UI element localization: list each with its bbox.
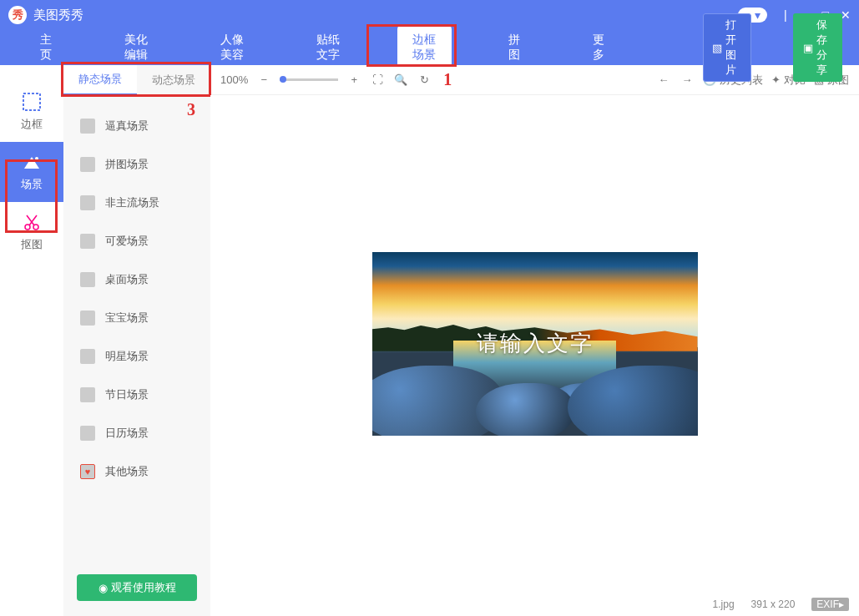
scene-icon-collage [80,157,95,172]
scene-item-label: 可爱场景 [105,234,149,249]
exif-label: EXIF [816,598,839,610]
scene-item-baby[interactable]: 宝宝场景 [63,299,210,337]
rail-scene-label: 场景 [21,177,43,192]
zoom-level: 100% [220,73,248,86]
app-logo-icon: 秀 [8,6,27,24]
save-share-label: 保存分享 [816,18,832,78]
nav-sticker[interactable]: 贴纸文字 [301,24,356,71]
scene-item-desktop[interactable]: 桌面场景 [63,260,210,299]
tab-static-scene[interactable]: 静态场景 [63,65,137,95]
scene-list: 逼真场景 拼图场景 非主流场景 可爱场景 桌面场景 宝宝场景 明星场景 节日场景… [63,95,210,566]
divider-icon: | [784,8,787,22]
scene-item-other[interactable]: 其他场景 [63,452,210,491]
scene-icon-nonmainstream [80,195,95,210]
annotation-label-1: 1 [443,70,452,89]
scene-item-label: 日历场景 [105,426,149,441]
canvas[interactable]: 请输入文字 [210,95,859,593]
frame-icon [22,92,42,112]
scene-icon-calendar [80,426,95,441]
scene-item-label: 节日场景 [105,387,149,402]
open-image-button[interactable]: ▧ 打开图片 [703,13,750,82]
annotation-label-3: 3 [187,100,195,119]
scene-icon-cute [80,234,95,249]
scene-icon [22,152,42,172]
nav-beautify[interactable]: 美化编辑 [109,24,164,71]
preview-image[interactable]: 请输入文字 [372,252,698,436]
fit-icon[interactable]: ⛶ [370,73,385,86]
scene-item-cute[interactable]: 可爱场景 [63,222,210,260]
scene-icon-desktop [80,272,95,287]
save-share-button[interactable]: ▣ 保存分享 [793,13,842,82]
scene-icon-realistic [80,119,95,134]
scene-icon-star [80,349,95,364]
scene-icon-other [80,464,95,479]
scene-item-label: 逼真场景 [105,119,149,134]
zoom-in-icon[interactable]: + [346,73,361,86]
tutorial-button[interactable]: ◉ 观看使用教程 [77,574,197,601]
tab-dynamic-scene[interactable]: 动态场景 [137,65,210,95]
scene-item-label: 非主流场景 [105,195,159,210]
body-area: 边框 场景 抠图 2 静态场景 动态场景 3 逼真场景 拼图场景 非主流场景 [0,65,859,616]
save-icon: ▣ [803,42,813,54]
undo-icon[interactable]: ← [656,73,671,86]
refresh-icon[interactable]: ↻ [417,73,432,86]
rail-cutout-label: 抠图 [21,237,43,252]
rail-scene[interactable]: 场景 [0,142,63,202]
cutout-icon [22,212,42,232]
image-dimensions: 391 x 220 [751,598,796,610]
scene-item-collage[interactable]: 拼图场景 [63,145,210,184]
rail-frame[interactable]: 边框 [0,82,63,142]
scene-item-label: 宝宝场景 [105,311,149,326]
status-bar: 1.jpg 391 x 220 EXIF▸ [210,593,859,616]
nav-portrait[interactable]: 人像美容 [205,24,260,71]
open-image-label: 打开图片 [725,18,741,78]
app-title: 美图秀秀 [33,8,738,23]
scene-item-holiday[interactable]: 节日场景 [63,376,210,414]
magnify-icon[interactable]: 🔍 [393,73,408,86]
star-icon: ✦ [771,73,781,86]
nav-collage[interactable]: 拼图 [493,24,536,71]
tutorial-button-label: 观看使用教程 [111,580,176,595]
scene-item-label: 桌面场景 [105,272,149,287]
rail-cutout[interactable]: 抠图 [0,202,63,262]
svg-point-2 [35,157,38,160]
main-nav: 主页 美化编辑 人像美容 贴纸文字 边框场景 拼图 更多 ▧ 打开图片 ▣ 保存… [0,30,859,65]
scene-panel: 静态场景 动态场景 3 逼真场景 拼图场景 非主流场景 可爱场景 桌面场景 宝宝… [63,65,210,616]
scene-item-label: 其他场景 [105,464,149,479]
scene-item-star[interactable]: 明星场景 [63,337,210,376]
left-rail: 边框 场景 抠图 2 [0,65,63,616]
eye-icon: ◉ [99,582,108,594]
filename: 1.jpg [713,598,735,610]
rail-frame-label: 边框 [21,117,43,132]
scene-item-label: 明星场景 [105,349,149,364]
svg-rect-0 [23,93,40,110]
redo-icon[interactable]: → [680,73,695,86]
nav-frame-scene[interactable]: 边框场景 [397,24,452,71]
exif-button[interactable]: EXIF▸ [811,598,849,611]
scene-item-label: 拼图场景 [105,157,149,172]
scene-tabs: 静态场景 动态场景 [63,65,210,95]
scene-icon-baby [80,311,95,326]
text-placeholder[interactable]: 请输入文字 [372,329,698,358]
scene-item-nonmainstream[interactable]: 非主流场景 [63,184,210,222]
zoom-out-icon[interactable]: − [256,73,271,86]
zoom-slider[interactable] [280,78,338,81]
scene-item-calendar[interactable]: 日历场景 [63,414,210,452]
image-icon: ▧ [712,42,722,54]
scene-icon-holiday [80,387,95,402]
canvas-area: 100% − + ⛶ 🔍 ↻ 1 ← → 🕑 历史列表 ✦ 对比 ▧ 原图 [210,65,859,616]
nav-home[interactable]: 主页 [25,24,68,71]
nav-more[interactable]: 更多 [578,24,620,71]
